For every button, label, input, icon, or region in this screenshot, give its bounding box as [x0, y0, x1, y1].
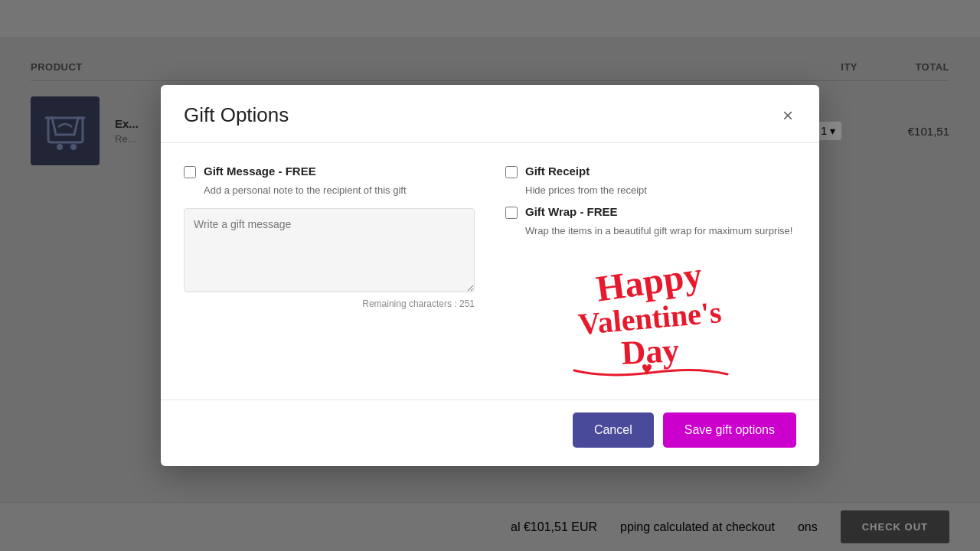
valentine-image: Happy Valentine's Day [551, 252, 750, 378]
cancel-button[interactable]: Cancel [573, 412, 654, 448]
gift-message-desc: Add a personal note to the recipient of … [204, 184, 475, 196]
gift-wrap-label: Gift Wrap - FREE [525, 205, 618, 218]
gift-receipt-label: Gift Receipt [525, 165, 590, 178]
modal-footer: Cancel Save gift options [161, 399, 819, 466]
modal-left-column: Gift Message - FREE Add a personal note … [184, 165, 475, 378]
gift-wrap-desc: Wrap the items in a beautiful gift wrap … [525, 225, 796, 236]
modal-title: Gift Options [184, 103, 289, 127]
gift-options-modal: Gift Options × Gift Message - FREE Add a… [161, 85, 819, 466]
modal-overlay: Gift Options × Gift Message - FREE Add a… [0, 0, 980, 551]
save-gift-options-button[interactable]: Save gift options [663, 412, 796, 448]
gift-wrap-option-row: Gift Wrap - FREE [505, 205, 796, 219]
remaining-chars-label: Remaining characters : 251 [184, 298, 475, 309]
gift-message-textarea[interactable] [184, 208, 475, 292]
modal-body: Gift Message - FREE Add a personal note … [161, 143, 819, 399]
gift-message-label: Gift Message - FREE [204, 165, 316, 178]
gift-receipt-option-row: Gift Receipt [505, 165, 796, 178]
gift-wrap-checkbox[interactable] [505, 207, 518, 219]
valentine-image-wrap: Happy Valentine's Day [505, 252, 796, 378]
gift-message-checkbox[interactable] [184, 166, 196, 178]
modal-right-column: Gift Receipt Hide prices from the receip… [505, 165, 796, 378]
gift-receipt-checkbox[interactable] [505, 166, 518, 178]
gift-receipt-desc: Hide prices from the receipt [525, 184, 796, 196]
gift-message-option-row: Gift Message - FREE [184, 165, 475, 178]
modal-header: Gift Options × [161, 85, 819, 143]
modal-close-button[interactable]: × [779, 106, 796, 125]
